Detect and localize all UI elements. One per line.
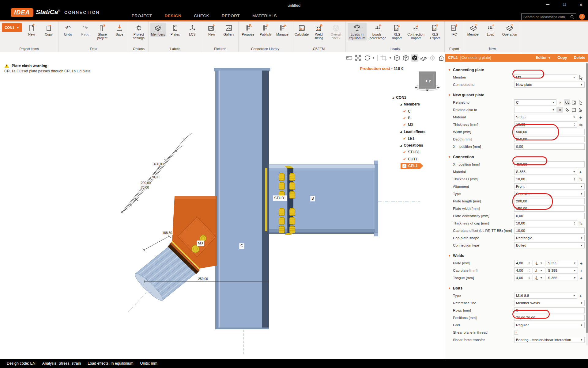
checkbox-checked-icon[interactable]: ✓ (514, 331, 518, 335)
property-field-related-also-to[interactable]: ▼× (514, 107, 583, 113)
ribbon-button-publish[interactable]: Publish (258, 23, 273, 37)
spinner-icon[interactable]: ▲▼ (528, 269, 530, 272)
property-field-reference-line[interactable]: Member x-axis▼ (514, 300, 585, 306)
tree-item-stub1[interactable]: ✔STUB1 (403, 149, 420, 155)
ribbon-button-xls-export[interactable]: XLSXLS Export (427, 23, 443, 40)
ribbon-button-copy[interactable]: Copy (41, 23, 56, 37)
ribbon-button-calculate[interactable]: Calculate (294, 23, 309, 37)
tree-caret-icon[interactable]: ◢ (392, 96, 394, 99)
eraser-button[interactable] (564, 99, 570, 105)
property-field-x-position-mm-[interactable]: 0,00 (514, 144, 585, 150)
pick-in-scene-button[interactable] (577, 99, 583, 105)
property-field-tongue-mm-[interactable]: 4,00▲▼▼S 355▼+ (514, 275, 584, 281)
checkmark-icon[interactable]: ✔ (403, 150, 406, 154)
add-icon[interactable]: + (578, 115, 583, 120)
swap-icon[interactable]: ⇆ (578, 122, 584, 127)
clip-wedge-button[interactable] (420, 54, 427, 62)
add-icon[interactable]: + (579, 268, 584, 273)
ribbon-button-redo[interactable]: ↷Redo (77, 23, 93, 37)
collapse-chevron-icon[interactable]: ▼ (448, 68, 451, 71)
ribbon-button-propose[interactable]: Propose (240, 23, 256, 37)
tree-item-members[interactable]: ◢Members (400, 101, 420, 107)
eraser-button[interactable] (564, 107, 570, 113)
spinner-icon[interactable]: ▲▼ (574, 221, 575, 225)
spinner-icon[interactable]: ▲▼ (574, 177, 575, 181)
property-field-positions-mm-[interactable]: 70,00 70,00 (514, 315, 585, 321)
property-field-related-to[interactable]: C▼× (514, 99, 583, 105)
cube-shaded-button[interactable] (402, 54, 409, 62)
ribbon-button-gallery[interactable]: Gallery (221, 23, 236, 37)
home-button[interactable] (438, 54, 445, 62)
tree-item-le1[interactable]: ✔LE1 (403, 136, 414, 142)
tree-item-operations[interactable]: ◢Operations (400, 142, 423, 148)
property-field-thickness-mm-[interactable]: 10,00▲▼⇆ (514, 176, 584, 182)
ruler-button[interactable] (345, 54, 353, 62)
ribbon-button-loads-in-equilibrium[interactable]: Loads in equilibrium (348, 23, 367, 40)
add-icon[interactable]: + (578, 293, 583, 298)
clear-icon[interactable]: × (557, 107, 563, 113)
ribbon-button-manage[interactable]: Manage (275, 23, 290, 37)
panel-scrollbar[interactable] (586, 63, 588, 345)
property-field-x-position-mm-[interactable]: 450,00 (514, 161, 585, 167)
section-header-connecting-plate[interactable]: ▼ Connecting plate (445, 66, 588, 74)
property-field-plate-length-mm-[interactable]: 200,00 (514, 198, 585, 204)
connection-selector-con1[interactable]: CON1▼ (2, 23, 22, 32)
section-header-connection[interactable]: ▼ Connection (445, 153, 588, 161)
ribbon-button-project-settings[interactable]: Project settings (131, 23, 146, 40)
property-field-plate-eccentricity-mm-[interactable]: 0,00 (514, 213, 585, 219)
chevron-down-icon[interactable]: ▼ (389, 56, 392, 59)
copy-operation-button[interactable]: Copy (557, 56, 567, 60)
crop-button[interactable] (380, 54, 387, 62)
navigation-cube[interactable]: Y (414, 70, 440, 94)
property-field-type[interactable]: Cap plate▼ (514, 191, 585, 197)
maximize-button[interactable]: □ (560, 2, 568, 8)
tree-caret-icon[interactable]: ◢ (400, 103, 402, 106)
collapse-chevron-icon[interactable]: ▼ (448, 254, 451, 257)
property-field-grid[interactable]: Regular▼ (514, 322, 585, 328)
ribbon-button-undo[interactable]: ↶Undo (60, 23, 76, 37)
property-field-connected-to[interactable]: New plate▼ (514, 82, 585, 88)
collapse-chevron-icon[interactable]: ▼ (448, 155, 451, 159)
property-field-material[interactable]: S 355▼+ (514, 114, 583, 120)
swap-icon[interactable]: ⇆ (578, 221, 584, 226)
property-field-member[interactable]: M3▼ (514, 74, 584, 80)
tree-item-b[interactable]: ✔B (403, 115, 410, 121)
checkbox-checked-icon[interactable]: ✓ (402, 164, 406, 168)
info-icon[interactable]: i (579, 14, 585, 20)
property-field-cap-plate-shape[interactable]: Rectangle▼ (514, 235, 585, 241)
clear-icon[interactable]: × (557, 99, 563, 105)
section-header-welds[interactable]: ▼ Welds (445, 252, 588, 259)
collapse-chevron-icon[interactable]: ▼ (448, 94, 451, 97)
chevron-down-icon[interactable]: ▼ (372, 56, 375, 59)
tree-item-m3[interactable]: ✔M3 (403, 122, 413, 128)
checkmark-icon[interactable]: ✔ (403, 123, 406, 127)
swap-icon[interactable]: ⇆ (578, 177, 584, 182)
property-field-shear-force-transfer[interactable]: Bearing - tension/shear interaction▼ (514, 337, 585, 343)
ribbon-button-share-project[interactable]: Share project (95, 23, 110, 40)
close-button[interactable]: × (577, 2, 585, 8)
cube-wireframe-button[interactable] (393, 54, 401, 62)
editor-button[interactable]: Editor▼ (536, 56, 551, 60)
ribbon-button-connection-import[interactable]: Connection Import (406, 23, 425, 40)
ribbon-button-member[interactable]: Member (466, 23, 481, 37)
property-field-rows-mm-[interactable]: 0 (514, 307, 585, 313)
ribbon-button-loads-percentage[interactable]: %Loads - percentage (368, 23, 387, 40)
column-member-c[interactable] (214, 68, 270, 329)
frames-button[interactable] (571, 107, 577, 113)
collapse-chevron-icon[interactable]: ▼ (448, 287, 451, 290)
tree-item-load-effects[interactable]: ◢Load effects (400, 129, 425, 135)
ribbon-button-load[interactable]: Load (483, 23, 498, 37)
checkmark-icon[interactable]: ✔ (403, 157, 406, 161)
property-field-depth-mm-[interactable]: 250,00 (514, 136, 585, 142)
ribbon-button-members[interactable]: Members (150, 23, 166, 37)
ribbon-button-ifc[interactable]: IFCIFC (447, 23, 462, 37)
tree-item-con1[interactable]: ◢CON1 (392, 94, 406, 101)
spinner-icon[interactable]: ▲▼ (574, 123, 575, 126)
section-header-bolts[interactable]: ▼ Bolts (445, 285, 588, 292)
ribbon-button-lcs[interactable]: LCS (185, 23, 200, 37)
tree-item-c[interactable]: ✔C (403, 108, 411, 114)
minimize-button[interactable]: ─ (544, 2, 552, 8)
ribbon-button-operation[interactable]: Operation (500, 23, 519, 37)
model-viewport[interactable]: Plate clash warning CPL1a Gusset plate p… (0, 52, 445, 359)
pick-in-scene-button[interactable] (578, 74, 584, 80)
